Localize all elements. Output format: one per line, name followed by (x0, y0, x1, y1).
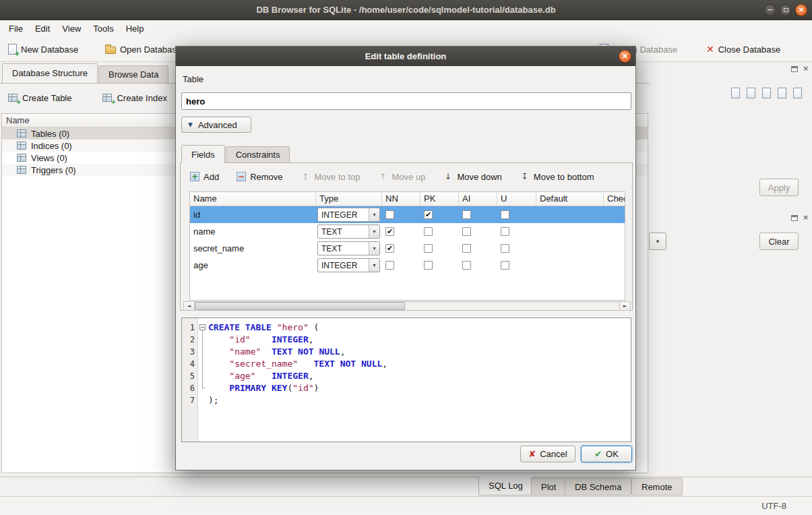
column-header-type[interactable]: Type (316, 192, 382, 206)
tab-fields[interactable]: Fields (181, 145, 225, 163)
create-index-button[interactable]: Create Index (98, 89, 170, 107)
menu-item-file[interactable]: File (3, 22, 29, 36)
panel-icon[interactable] (762, 88, 771, 98)
column-header-u[interactable]: U (497, 192, 536, 206)
menu-item-tools[interactable]: Tools (87, 22, 119, 36)
ai-checkbox[interactable] (462, 244, 471, 253)
fold-guide-line (202, 330, 203, 388)
pk-checkbox[interactable] (424, 261, 433, 270)
column-header-ai[interactable]: AI (459, 192, 497, 206)
remove-button[interactable]: −Remove (237, 172, 282, 182)
field-row-id[interactable]: idINTEGER▾✔ (190, 206, 625, 223)
fold-minus-icon[interactable]: − (199, 324, 206, 330)
panel-icon[interactable] (747, 88, 755, 98)
dock-float-icon[interactable] (791, 66, 798, 72)
cancel-button[interactable]: ✘ Cancel (520, 446, 575, 462)
dock-controls-bottom: × (791, 214, 809, 221)
type-combobox[interactable]: TEXT▾ (317, 241, 380, 255)
ai-cell (459, 206, 497, 223)
column-header-name[interactable]: Name (190, 192, 316, 206)
menu-item-edit[interactable]: Edit (29, 22, 56, 36)
bottom-tab-plot[interactable]: Plot (531, 478, 566, 495)
sql-gutter: 1234567 (182, 318, 198, 442)
scrollbar-thumb[interactable] (195, 302, 405, 310)
type-combobox[interactable]: INTEGER▾ (317, 258, 380, 272)
u-checkbox[interactable] (501, 210, 509, 219)
scroll-right-icon[interactable]: ► (619, 302, 630, 310)
dock-close-icon[interactable]: × (803, 65, 809, 72)
scrollbar-track[interactable] (195, 302, 619, 310)
panel-icon[interactable] (731, 88, 740, 98)
pk-checkbox[interactable] (424, 227, 433, 236)
maximize-button[interactable] (780, 4, 792, 16)
dialog-tabbar: FieldsConstraints (181, 145, 290, 163)
type-combobox[interactable]: INTEGER▾ (317, 208, 380, 222)
ai-checkbox[interactable] (462, 227, 471, 236)
move-to-top-label: Move to top (315, 172, 361, 182)
move-down-button[interactable]: ↓Move down (443, 172, 501, 182)
log-filter-dropdown[interactable]: ▾ (649, 233, 666, 250)
field-row-age[interactable]: ageINTEGER▾ (190, 257, 625, 274)
create-table-button[interactable]: Create Table (4, 89, 75, 107)
dock-float-icon[interactable] (791, 215, 798, 221)
ai-checkbox[interactable] (462, 261, 471, 270)
apply-label: Apply (768, 183, 790, 193)
bottom-tab-sql-log[interactable]: SQL Log (478, 477, 533, 495)
chevron-down-icon: ▼ (188, 121, 193, 128)
advanced-label: Advanced (198, 120, 237, 130)
field-row-secret-name[interactable]: secret_nameTEXT▾✔ (190, 240, 625, 257)
table-name-input[interactable] (181, 92, 631, 110)
panel-icon[interactable] (778, 88, 786, 98)
ai-cell (459, 240, 497, 257)
sql-line: CREATE TABLE "hero" ( (208, 322, 631, 334)
horizontal-scrollbar[interactable]: ◄ ► (183, 301, 631, 311)
column-header-check[interactable]: Check (604, 192, 625, 206)
scroll-left-icon[interactable]: ◄ (184, 302, 195, 310)
move-to-bottom-button[interactable]: ↧Move to bottom (520, 172, 594, 182)
ok-button[interactable]: ✔ OK (581, 446, 632, 462)
sql-fold-margin: − (198, 318, 208, 442)
nn-checkbox[interactable] (385, 261, 394, 270)
menu-item-help[interactable]: Help (120, 22, 150, 36)
column-header-default[interactable]: Default (536, 192, 604, 206)
table-icon (17, 142, 26, 150)
ok-label: OK (606, 449, 619, 459)
nn-checkbox[interactable] (385, 210, 394, 219)
fold-row (198, 334, 208, 346)
dock-close-icon[interactable]: × (803, 214, 809, 221)
column-header-nn[interactable]: NN (382, 192, 420, 206)
nn-checkbox[interactable]: ✔ (385, 227, 394, 236)
tab-constraints[interactable]: Constraints (226, 146, 290, 163)
new-database-button[interactable]: New Database (4, 40, 82, 58)
u-checkbox[interactable] (501, 261, 509, 270)
bottom-tab-db-schema[interactable]: DB Schema (565, 478, 631, 495)
ai-checkbox[interactable] (462, 210, 471, 219)
pk-checkbox[interactable] (424, 244, 433, 253)
close-window-button[interactable]: × (795, 4, 807, 16)
add-button[interactable]: +Add (190, 172, 219, 182)
close-database-button[interactable]: ✕ Close Database (702, 40, 784, 58)
minimize-button[interactable]: − (764, 4, 776, 16)
bottom-tab-remote[interactable]: Remote (631, 478, 683, 495)
type-combobox[interactable]: TEXT▾ (317, 224, 380, 239)
u-checkbox[interactable] (501, 244, 509, 253)
panel-icon[interactable] (793, 88, 802, 98)
dialog-close-button[interactable]: × (619, 50, 631, 63)
tree-item-label: Tables (0) (31, 129, 69, 139)
nn-checkbox[interactable]: ✔ (385, 244, 394, 253)
sql-line: PRIMARY KEY("id") (208, 382, 631, 394)
sql-line: "name" TEXT NOT NULL, (208, 346, 631, 358)
open-database-button[interactable]: Open Database (101, 40, 185, 58)
pk-checkbox[interactable]: ✔ (424, 210, 433, 219)
tab-browse-data[interactable]: Browse Data (98, 65, 168, 83)
u-checkbox[interactable] (501, 227, 509, 236)
menu-item-view[interactable]: View (56, 22, 87, 36)
field-name-cell: age (190, 257, 316, 274)
default-cell (536, 240, 604, 257)
clear-button[interactable]: Clear (759, 233, 799, 250)
column-header-pk[interactable]: PK (420, 192, 459, 206)
field-row-name[interactable]: nameTEXT▾✔ (190, 223, 625, 240)
close-database-label: Close Database (718, 44, 781, 55)
tab-database-structure[interactable]: Database Structure (2, 63, 98, 83)
advanced-button[interactable]: ▼ Advanced (181, 117, 251, 133)
